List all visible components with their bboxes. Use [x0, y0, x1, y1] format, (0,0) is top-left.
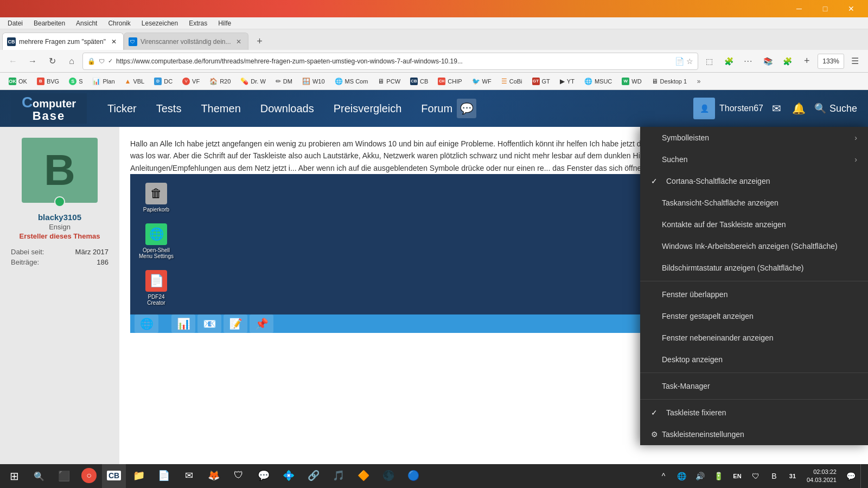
menu-fenster-ueberlappen[interactable]: Fenster überlappen [640, 284, 868, 305]
nav-forum[interactable]: Forum 💬 [411, 90, 486, 127]
menu-extras[interactable]: Extras [183, 17, 213, 29]
menu-fenster-nebeneinander[interactable]: Fenster nebeneinander anzeigen [640, 327, 868, 349]
add-button[interactable]: + [798, 53, 815, 70]
search-taskbar-button[interactable]: 🔍 [27, 464, 51, 488]
bookmark-vf[interactable]: V VF [178, 74, 204, 88]
taskbar-app-shield[interactable]: 🛡 [227, 464, 251, 488]
nav-ticker[interactable]: Ticker [98, 90, 146, 127]
tab-close-2[interactable]: ✕ [234, 37, 244, 47]
menu-bildschirmtastatur[interactable]: Bildschirmtastatur anzeigen (Schaltfläch… [640, 257, 868, 279]
tray-unknown[interactable]: B [765, 464, 783, 488]
taskbar-app-vlc[interactable]: 🔶 [352, 464, 375, 488]
bookmark-wd[interactable]: W WD [617, 74, 646, 88]
menu-taskleiste-fixieren[interactable]: ✓ Taskleiste fixieren [640, 402, 868, 423]
bookmark-plan[interactable]: 📊 Plan [88, 74, 119, 88]
tray-battery[interactable]: 🔋 [710, 464, 727, 488]
taskbar-app-unknown2[interactable]: 🔵 [401, 464, 425, 488]
taskbar-app-whatsapp[interactable]: 💬 [252, 464, 276, 488]
bookmark-pcw[interactable]: 🖥 PCW [373, 74, 405, 88]
menu-kontakte[interactable]: Kontakte auf der Taskleiste anzeigen [640, 214, 868, 235]
tray-volume[interactable]: 🔊 [692, 464, 709, 488]
user-profile-button[interactable]: 👤 Thorsten67 [693, 98, 763, 119]
menu-datei[interactable]: Datei [2, 17, 28, 29]
extensions-button[interactable]: 🧩 [720, 53, 737, 70]
taskbar-app-network[interactable]: 🔗 [302, 464, 326, 488]
minimize-button[interactable]: ─ [787, 0, 812, 17]
menu-fenster-gestapelt[interactable]: Fenster gestapelt anzeigen [640, 305, 868, 327]
taskbar-pdf[interactable]: 📄 [152, 464, 176, 488]
menu-lesezeichen[interactable]: Lesezeichen [136, 17, 183, 29]
sidebar-toggle[interactable]: ☰ [846, 53, 864, 70]
bookmark-cb[interactable]: CB CB [406, 74, 432, 88]
start-button[interactable]: ⊞ [2, 464, 26, 488]
bookmark-drw[interactable]: 💊 Dr. W [236, 74, 270, 88]
menu-suchen[interactable]: Suchen › [640, 149, 868, 170]
bookmark-cobi[interactable]: ☰ CoBi [497, 74, 527, 88]
bookmark-w10[interactable]: 🪟 W10 [298, 74, 329, 88]
back-button[interactable]: ← [4, 53, 22, 70]
tray-notification[interactable]: 💬 [842, 464, 859, 488]
bookmark-ok[interactable]: OK OK [4, 74, 31, 88]
notification-icon[interactable]: 🔔 [790, 100, 808, 117]
taskbar-app-cb[interactable]: CB [102, 464, 126, 488]
menu-task-manager[interactable]: Task-Manager [640, 375, 868, 397]
library-button[interactable]: 📚 [759, 53, 776, 70]
menu-ansicht[interactable]: Ansicht [71, 17, 103, 29]
taskbar-app-unknown1[interactable]: 🌑 [376, 464, 400, 488]
bookmark-vbl[interactable]: ▲ VBL [120, 74, 149, 88]
username-link[interactable]: blacky3105 [38, 213, 81, 222]
tray-network[interactable]: 🌐 [673, 464, 691, 488]
bookmark-chip[interactable]: CH CHIP [433, 74, 466, 88]
taskbar-app-spotify[interactable]: 🎵 [327, 464, 350, 488]
menu-hilfe[interactable]: Hilfe [213, 17, 237, 29]
tray-chevron[interactable]: ^ [655, 464, 672, 488]
bookmark-wf[interactable]: 🐦 WF [468, 74, 496, 88]
taskbar-app-skype[interactable]: 💠 [277, 464, 301, 488]
menu-symbolleisten[interactable]: Symbolleisten › [640, 127, 868, 149]
nav-downloads[interactable]: Downloads [251, 90, 324, 127]
taskview-button[interactable]: ⬛ [52, 464, 76, 488]
bookmark-dm[interactable]: ✏ DM [271, 74, 297, 88]
menu-bearbeiten[interactable]: Bearbeiten [28, 17, 71, 29]
menu-cortana[interactable]: ✓ Cortana-Schaltfläche anzeigen [640, 170, 868, 192]
bookmark-yt[interactable]: ▶ YT [556, 74, 579, 88]
tab-close-1[interactable]: ✕ [109, 37, 119, 47]
overflow-button[interactable]: ··· [739, 53, 757, 70]
bookmark-gt[interactable]: GT GT [528, 74, 554, 88]
menu-taskleisteneinstellungen[interactable]: ⚙ Taskleisteneinstellungen [640, 423, 868, 445]
show-desktop-button[interactable] [860, 464, 866, 488]
bookmark-desktop1[interactable]: 🖥 Desktop 1 [647, 74, 692, 88]
bookmark-star-icon[interactable]: ☆ [686, 57, 693, 66]
tray-keyboard[interactable]: EN [729, 464, 746, 488]
container-button[interactable]: ⬚ [700, 53, 718, 70]
bookmark-dc[interactable]: D DC [150, 74, 177, 88]
close-button[interactable]: ✕ [839, 0, 864, 17]
taskbar-explorer[interactable]: 📁 [127, 464, 151, 488]
bookmark-s[interactable]: S S [65, 74, 87, 88]
bookmark-bvg[interactable]: B BVG [33, 74, 63, 88]
tab-computerbase[interactable]: CB mehrere Fragen zum "späten" ✕ [2, 33, 124, 50]
taskbar-cortana[interactable]: ○ [77, 464, 101, 488]
nav-preisvergleich[interactable]: Preisvergleich [324, 90, 412, 127]
bookmark-msuc[interactable]: 🌐 MSUC [580, 74, 616, 88]
cb-logo[interactable]: C omputer Base [11, 93, 87, 124]
url-bar[interactable]: 🔒 🛡 ✓ https://www.computerbase.de/forum/… [82, 53, 698, 70]
forward-button[interactable]: → [24, 53, 41, 70]
system-clock[interactable]: 02:03:22 04.03.2021 [802, 468, 841, 485]
puzzle-button[interactable]: 🧩 [778, 53, 796, 70]
menu-taskansicht[interactable]: Taskansicht-Schaltfläche anzeigen [640, 192, 868, 214]
menu-desktop-anzeigen[interactable]: Desktop anzeigen [640, 349, 868, 370]
bookmark-mscom[interactable]: 🌐 MS Com [330, 74, 373, 88]
tab-virenscanner[interactable]: 🛡 Virenscanner vollständig dein... ✕ [124, 33, 249, 50]
menu-windows-ink[interactable]: Windows Ink-Arbeitsbereich anzeigen (Sch… [640, 235, 868, 257]
menu-chronik[interactable]: Chronik [103, 17, 136, 29]
maximize-button[interactable]: □ [813, 0, 838, 17]
reload-button[interactable]: ↻ [43, 53, 61, 70]
search-button[interactable]: 🔍 Suche [814, 102, 857, 114]
home-button[interactable]: ⌂ [63, 53, 80, 70]
taskbar-mail[interactable]: ✉ [177, 464, 201, 488]
reader-icon[interactable]: 📄 [675, 57, 684, 66]
bookmarks-more-button[interactable]: » [692, 74, 705, 88]
mail-icon[interactable]: ✉ [770, 100, 783, 117]
nav-themen[interactable]: Themen [191, 90, 250, 127]
